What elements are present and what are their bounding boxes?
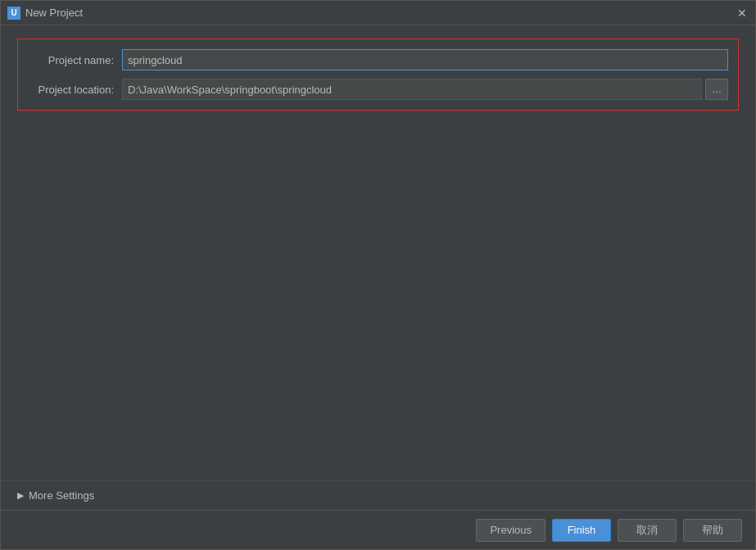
project-location-row: Project location: …: [28, 79, 728, 100]
cancel-button[interactable]: 取消: [618, 519, 677, 542]
project-name-input[interactable]: [122, 49, 728, 70]
project-location-label: Project location:: [28, 84, 122, 96]
location-wrapper: …: [122, 79, 728, 100]
project-name-label: Project name:: [28, 54, 122, 66]
form-section: Project name: Project location: …: [17, 39, 739, 111]
project-location-input[interactable]: [122, 79, 702, 100]
app-icon: U: [7, 7, 20, 20]
finish-button[interactable]: Finish: [552, 519, 611, 542]
more-settings-label: More Settings: [29, 489, 94, 502]
more-settings-section[interactable]: ▶ More Settings: [1, 480, 755, 510]
footer: Previous Finish 取消 帮助: [1, 510, 755, 549]
more-settings-arrow: ▶: [17, 490, 24, 501]
title-bar: U New Project ✕: [1, 1, 755, 25]
dialog-title: New Project: [25, 7, 736, 19]
project-name-row: Project name:: [28, 49, 728, 70]
content-area: Project name: Project location: …: [1, 25, 755, 480]
dialog: U New Project ✕ Project name: Project lo…: [0, 0, 756, 550]
previous-button[interactable]: Previous: [476, 519, 545, 542]
help-button[interactable]: 帮助: [683, 519, 742, 542]
browse-button[interactable]: …: [705, 79, 728, 100]
close-button[interactable]: ✕: [736, 7, 749, 20]
